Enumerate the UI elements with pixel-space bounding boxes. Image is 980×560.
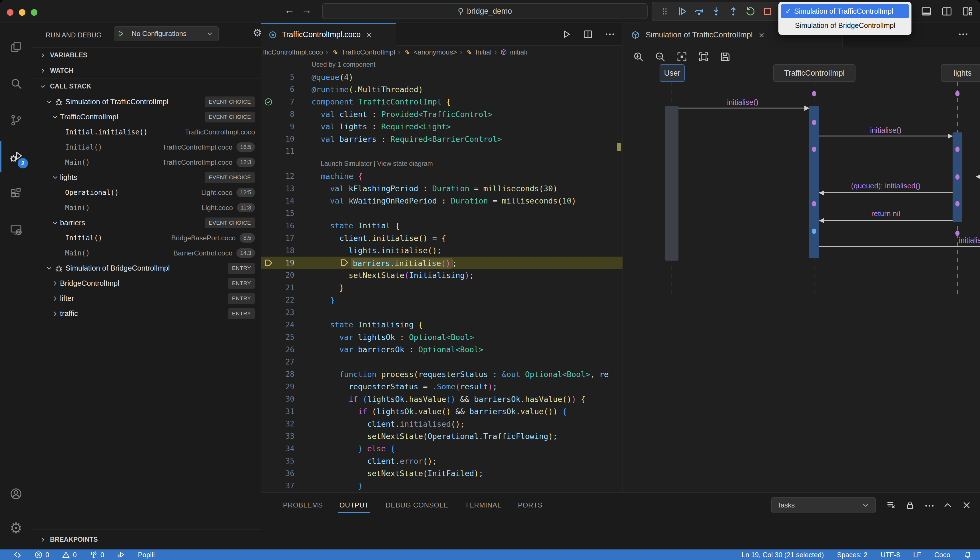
code-line-23[interactable]: 23 <box>261 306 623 318</box>
code-line-25[interactable]: 25 var lightsOk : Optional<Bool> <box>261 331 623 343</box>
code-line-6[interactable]: 6@runtime(.MultiThreaded) <box>261 83 623 96</box>
event-dot[interactable] <box>812 228 816 234</box>
code-editor[interactable]: Used by 1 component5@queue(4)6@runtime(.… <box>261 58 623 492</box>
code-line-22[interactable]: 22 } <box>261 294 623 306</box>
code-line-24[interactable]: 24 state Initialising { <box>261 318 623 331</box>
call-stack-item-2[interactable]: Initial.initialise()TrafficControlImpl.c… <box>32 125 261 140</box>
code-line-17[interactable]: 17 client.initialise() = { <box>261 232 623 244</box>
message-label[interactable]: initialise() <box>727 98 758 107</box>
more-icon[interactable] <box>924 500 934 510</box>
event-dot[interactable] <box>955 174 960 180</box>
start-debug-icon[interactable] <box>114 29 127 38</box>
step-over-icon[interactable] <box>693 5 705 18</box>
code-line-27[interactable]: 27 <box>261 356 623 368</box>
activity-bar-files[interactable] <box>0 32 32 63</box>
event-dot[interactable] <box>812 91 816 97</box>
split-editor-icon[interactable] <box>583 29 593 40</box>
call-stack-item-1[interactable]: TrafficControlImplEVENT CHOICE <box>32 109 261 125</box>
code-line-37[interactable]: 37 } <box>261 480 623 492</box>
call-stack-item-0[interactable]: Simulation of TrafficControlImplEVENT CH… <box>32 94 261 109</box>
close-window-button[interactable] <box>7 9 13 16</box>
code-line-12[interactable]: 12 machine { <box>261 170 623 182</box>
activity-bar-run-debug[interactable]: 2 <box>0 141 32 172</box>
lifeline-head-User[interactable]: User <box>659 64 685 82</box>
status-remote[interactable] <box>13 551 22 559</box>
event-dot[interactable] <box>955 147 960 152</box>
status-popili[interactable]: Popili <box>138 551 155 559</box>
activity-bar-source-control[interactable] <box>0 105 32 136</box>
message-label[interactable]: (queued): initialised() <box>851 182 921 190</box>
code-line-10[interactable]: 10 val barriers : Required<BarrierContro… <box>261 133 623 145</box>
watch-section-header[interactable]: WATCH <box>32 63 261 78</box>
dropdown-item-1[interactable]: Simulation of BridgeControlImpl <box>781 18 909 33</box>
code-line-31[interactable]: 31 if (lightsOk.value() && barriersOk.va… <box>261 405 623 418</box>
customize-layout-icon[interactable] <box>961 5 974 18</box>
code-line-20[interactable]: 20 setNextState(Initialising); <box>261 269 623 282</box>
code-line-9[interactable]: 9 val lights : Required<Light> <box>261 120 623 133</box>
breadcrumb-item-0[interactable]: TrafficControlImpl.coco <box>264 48 323 56</box>
clear-output-icon[interactable] <box>886 500 897 510</box>
status-coco[interactable]: Coco <box>934 551 950 559</box>
codelens[interactable]: Launch Simulator | View state diagram <box>261 158 623 170</box>
call-stack-item-14[interactable]: trafficENTRY <box>32 306 261 321</box>
code-line-28[interactable]: 28 function process(requesterStatus : &o… <box>261 368 623 380</box>
call-stack-item-9[interactable]: Initial()BridgeBasePort.coco8:5 <box>32 230 261 245</box>
activity-bar-settings[interactable]: ⚙ <box>0 512 32 544</box>
maximize-window-button[interactable] <box>31 9 37 16</box>
sequence-diagram[interactable]: initialise()initialise()(queued): initia… <box>623 23 980 492</box>
status-lf[interactable]: LF <box>913 551 921 559</box>
toggle-panel-icon[interactable] <box>920 5 933 18</box>
continue-icon[interactable] <box>676 5 688 18</box>
call-stack-item-4[interactable]: Main()TrafficControlImpl.coco12:3 <box>32 155 261 170</box>
event-dot[interactable] <box>812 201 816 207</box>
call-stack-item-3[interactable]: Initial()TrafficControlImpl.coco16:5 <box>32 140 261 155</box>
message-label[interactable]: return nil <box>871 209 900 218</box>
code-line-16[interactable]: 16 state Initial { <box>261 220 623 232</box>
code-line-35[interactable]: 35 client.error(); <box>261 455 623 467</box>
panel-tab-terminal[interactable]: TERMINAL <box>465 501 501 513</box>
call-stack-item-11[interactable]: Simulation of BridgeControlImplENTRY <box>32 261 261 276</box>
status-debug-start[interactable] <box>117 551 125 559</box>
event-dot[interactable] <box>955 91 960 97</box>
call-stack-item-6[interactable]: Operational()Light.coco12:5 <box>32 185 261 200</box>
call-stack-item-13[interactable]: lifterENTRY <box>32 291 261 306</box>
lock-icon[interactable] <box>905 500 915 510</box>
status-error[interactable]: 0 <box>34 551 49 559</box>
code-line-29[interactable]: 29 requesterStatus = .Some(result); <box>261 380 623 393</box>
call-stack-item-12[interactable]: BridgeControlImplENTRY <box>32 276 261 291</box>
call-stack-item-10[interactable]: Main()BarrierControl.coco14:3 <box>32 245 261 261</box>
code-line-5[interactable]: 5@queue(4) <box>261 71 623 83</box>
event-dot[interactable] <box>812 147 816 152</box>
panel-tab-debug-console[interactable]: DEBUG CONSOLE <box>386 501 448 513</box>
code-line-13[interactable]: 13 val kFlashingPeriod : Duration = mill… <box>261 182 623 195</box>
code-line-21[interactable]: 21 } <box>261 282 623 294</box>
call-stack-item-7[interactable]: Main()Light.coco11:3 <box>32 200 261 215</box>
code-line-32[interactable]: 32 client.initialised(); <box>261 418 623 430</box>
activity-bar-accounts[interactable] <box>0 478 32 510</box>
activity-bar-search[interactable] <box>0 68 32 99</box>
notifications-bell-icon[interactable] <box>963 551 972 559</box>
panel-tab-problems[interactable]: PROBLEMS <box>283 501 323 513</box>
status-ln-19-col-30-21-selected-[interactable]: Ln 19, Col 30 (21 selected) <box>741 551 824 559</box>
event-dot[interactable] <box>812 120 816 125</box>
panel-tab-ports[interactable]: PORTS <box>518 501 543 513</box>
variables-section-header[interactable]: VARIABLES <box>32 47 261 63</box>
code-line-26[interactable]: 26 var barriersOk : Optional<Bool> <box>261 343 623 356</box>
debug-config-dropdown[interactable]: No Configurations <box>114 26 219 41</box>
debug-settings-gear-icon[interactable]: ⚙ <box>253 27 262 39</box>
restart-icon[interactable] <box>744 5 757 18</box>
status-tower[interactable]: 0 <box>89 551 104 559</box>
code-line-30[interactable]: 30 if (lightsOk.hasValue() && barriersOk… <box>261 393 623 405</box>
code-line-8[interactable]: 8 val client : Provided<TrafficControl> <box>261 108 623 120</box>
breadcrumb-item-1[interactable]: TrafficControlImpl <box>331 48 395 56</box>
code-line-11[interactable]: 11 <box>261 145 623 158</box>
step-out-icon[interactable] <box>727 5 740 18</box>
code-line-33[interactable]: 33 setNextState(Operational.TrafficFlowi… <box>261 430 623 442</box>
call-stack-item-8[interactable]: barriersEVENT CHOICE <box>32 215 261 230</box>
activity-bar-extensions[interactable] <box>0 178 32 209</box>
code-line-15[interactable]: 15 <box>261 207 623 220</box>
status-warning[interactable]: 0 <box>62 551 77 559</box>
close-panel-icon[interactable] <box>962 500 972 510</box>
stop-icon[interactable] <box>761 5 774 18</box>
call-stack-section-header[interactable]: CALL STACK <box>32 78 261 94</box>
